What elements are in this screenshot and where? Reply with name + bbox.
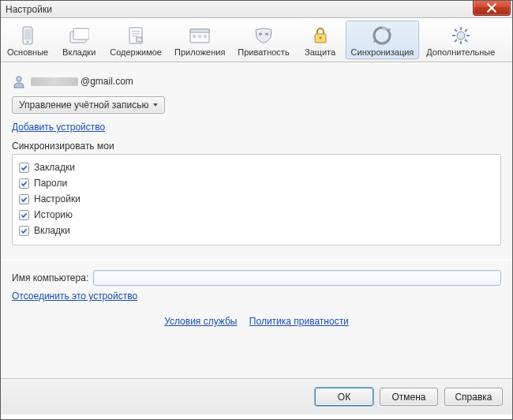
sync-items-group: Закладки Пароли Настройки Историю Вкладк… [12, 154, 501, 246]
tab-privacy[interactable]: Приватность [232, 21, 294, 59]
svg-point-16 [265, 32, 268, 35]
sync-item-label: Закладки [34, 162, 75, 173]
svg-rect-7 [132, 33, 140, 34]
pref-toolbar: Основные Вкладки Содержимое Приложения П… [1, 18, 512, 62]
avatar-icon [12, 74, 26, 88]
svg-point-18 [319, 36, 321, 39]
window-grid-icon [189, 25, 211, 46]
tab-general[interactable]: Основные [2, 21, 54, 59]
sync-item-label: Пароли [34, 178, 67, 189]
dialog-footer: ОК Отмена Справка [1, 378, 512, 414]
tab-label: Приватность [238, 47, 289, 57]
svg-point-22 [457, 32, 465, 39]
tab-sync[interactable]: Синхронизация [346, 21, 420, 59]
ok-button[interactable]: ОК [315, 388, 373, 406]
tab-label: Дополнительные [426, 47, 495, 57]
close-button[interactable] [473, 0, 511, 16]
checkbox-icon [19, 163, 29, 173]
svg-rect-13 [198, 35, 201, 38]
cancel-button[interactable]: Отмена [380, 388, 438, 406]
lock-icon [309, 25, 331, 46]
tos-link[interactable]: Условия службы [164, 316, 237, 327]
tab-label: Синхронизация [351, 47, 414, 57]
help-button[interactable]: Справка [444, 388, 503, 406]
separator [1, 260, 512, 261]
content-area: @gmail.com Управление учётной записью До… [1, 62, 512, 378]
tab-label: Приложения [174, 47, 225, 57]
tab-applications[interactable]: Приложения [169, 21, 230, 59]
gear-icon [450, 25, 472, 46]
sync-item-settings[interactable]: Настройки [19, 191, 494, 207]
checkbox-icon [19, 178, 29, 189]
close-icon [487, 3, 496, 13]
checkbox-icon [19, 210, 29, 220]
account-email-domain: @gmail.com [81, 76, 133, 87]
svg-line-27 [455, 29, 457, 32]
tab-label: Содержимое [110, 47, 162, 57]
computer-name-label: Имя компьютера: [12, 272, 88, 283]
checkbox-icon [19, 194, 29, 204]
computer-name-input[interactable] [93, 270, 501, 286]
manage-account-label: Управление учётной записью [19, 99, 148, 111]
chevron-down-icon [153, 103, 158, 107]
phone-icon [17, 25, 39, 46]
svg-line-29 [455, 39, 457, 42]
document-icon [125, 25, 147, 46]
disconnect-device-link[interactable]: Отсоединить это устройство [12, 291, 137, 302]
svg-rect-12 [193, 35, 196, 38]
svg-point-15 [259, 32, 262, 35]
tab-label: Вкладки [62, 47, 95, 57]
privacy-link[interactable]: Политика приватности [249, 316, 349, 327]
svg-rect-1 [24, 29, 31, 39]
computer-name-row: Имя компьютера: [12, 270, 501, 286]
sync-item-passwords[interactable]: Пароли [19, 175, 494, 191]
sync-item-label: Историю [34, 209, 73, 220]
svg-rect-9 [137, 37, 142, 42]
sync-item-bookmarks[interactable]: Закладки [19, 159, 494, 175]
mask-icon [253, 25, 275, 46]
window-title: Настройки [6, 4, 52, 15]
svg-rect-8 [132, 36, 137, 36]
add-device-link[interactable]: Добавить устройство [12, 122, 105, 133]
tabs-icon [68, 25, 90, 46]
sync-my-label: Синхронизировать мои [12, 141, 501, 152]
account-row: @gmail.com [12, 74, 501, 88]
checkbox-icon [19, 226, 29, 236]
sync-item-label: Вкладки [34, 225, 70, 236]
svg-rect-6 [132, 31, 140, 32]
sync-item-tabs[interactable]: Вкладки [19, 223, 494, 238]
titlebar: Настройки [1, 1, 512, 18]
sync-icon [371, 25, 393, 46]
svg-rect-11 [190, 29, 209, 32]
account-name-blurred [31, 77, 78, 86]
sync-item-label: Настройки [34, 193, 81, 204]
tab-content[interactable]: Содержимое [104, 21, 167, 59]
svg-rect-4 [73, 28, 89, 39]
tab-label: Защита [305, 47, 335, 57]
tab-advanced[interactable]: Дополнительные [421, 21, 500, 59]
svg-rect-14 [204, 35, 207, 38]
tab-tabs[interactable]: Вкладки [55, 21, 103, 59]
svg-line-30 [465, 29, 467, 32]
sync-item-history[interactable]: Историю [19, 207, 494, 223]
tab-security[interactable]: Защита [297, 21, 344, 59]
svg-point-2 [27, 40, 28, 42]
svg-line-28 [465, 39, 467, 42]
footer-links: Условия службы Политика приватности [12, 316, 501, 327]
manage-account-button[interactable]: Управление учётной записью [12, 96, 165, 114]
svg-point-31 [17, 77, 21, 81]
tab-label: Основные [7, 47, 48, 57]
